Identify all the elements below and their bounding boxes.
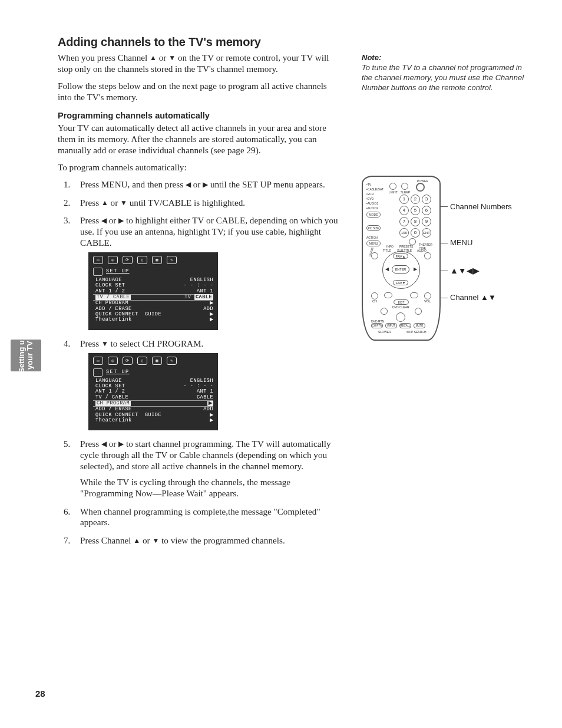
step-5-sub: While the TV is cycling through the chan…	[80, 477, 340, 499]
ch-button	[371, 292, 378, 299]
text: Press	[80, 439, 101, 449]
right-arrow-icon: ▶	[414, 266, 417, 272]
osd-title: SET UP	[106, 269, 130, 274]
device-label: •VCR	[366, 192, 373, 196]
nav-ring: FAV▲ ENTER FAV▼ ◀ ▶	[382, 251, 420, 289]
chapter-tab: Setting up your TV	[11, 340, 41, 371]
osd-figure-2: ▭ ◎ ⟳ ▯ ▦ ✎ SET UP LANGUAGEENGLISH CLOCK…	[88, 353, 218, 431]
fav-down: FAV▼	[393, 280, 408, 285]
device-label: •AUDIO2	[366, 206, 378, 210]
down-arrow-icon: ▼	[101, 340, 108, 348]
osd-pref-icon	[93, 368, 103, 377]
slower-label: SLOWER	[378, 330, 391, 334]
tri-button	[415, 308, 422, 315]
key-100: 100	[399, 228, 409, 238]
ch-label: CH	[372, 299, 377, 303]
page-number: 28	[35, 689, 45, 699]
step-5: Press ◀ or ▶ to start channel programmin…	[72, 439, 340, 499]
enter-button: ENTER	[392, 265, 409, 274]
right-ring-button	[424, 252, 431, 259]
vol-label: VOL	[424, 299, 431, 303]
subheading: Programming channels automatically	[58, 111, 340, 120]
lead-paragraph: To program channels automatically:	[58, 162, 340, 173]
callout-channel-numbers: Channel Numbers	[450, 203, 512, 211]
osd-icon: ◎	[108, 256, 118, 264]
section-title: Adding channels to the TV's memory	[58, 35, 340, 49]
text: or	[107, 439, 118, 449]
step-2: Press ▲ or ▼ until TV/CABLE is highlight…	[72, 197, 340, 209]
up-arrow-icon: ▲	[133, 536, 140, 545]
steps-list: Press MENU, and then press ◀ or ▶ until …	[72, 179, 340, 546]
note-body: To tune the TV to a channel not programm…	[362, 63, 527, 93]
sleep-label: SLEEP	[401, 190, 410, 194]
right-arrow-icon: ▶	[118, 216, 124, 225]
note-heading: Note:	[362, 53, 527, 62]
text: or	[140, 535, 152, 545]
key-8: 8	[411, 217, 420, 226]
left-arrow-icon: ◀	[101, 216, 107, 225]
remote-diagram: Channel Numbers MENU ▲▼◀▶ Channel ▲▼ •TV…	[362, 176, 527, 347]
up-arrow-icon: ▲	[150, 54, 157, 62]
input-button: INPUT	[385, 323, 397, 328]
remote-body: •TV •CABLE/SAT •VCR •DVD •AUDIO1 •AUDIO2…	[362, 176, 441, 341]
step-4: Press ▼ to select CH PROGRAM. ▭ ◎ ⟳ ▯ ▦ …	[72, 338, 340, 431]
text: until the SET UP menu appears.	[208, 179, 325, 189]
power-label: POWER	[417, 179, 428, 183]
action-label: ACTION	[366, 236, 378, 239]
down-arrow-icon: ▼	[152, 536, 159, 545]
text: to view the programmed channels.	[159, 535, 285, 545]
side-column: Note: To tune the TV to a channel not pr…	[362, 53, 527, 347]
dvdclear-label: DVD CLEAR	[392, 305, 409, 309]
osd-icons: ▭ ◎ ⟳ ▯ ▦ ✎	[93, 357, 213, 365]
key-3: 3	[422, 195, 431, 204]
play-button	[396, 312, 405, 322]
text: Press Channel	[80, 535, 133, 545]
rew-button	[384, 292, 392, 298]
intro-paragraph-2: Follow the steps below and on the next p…	[58, 81, 340, 103]
text: Press	[80, 215, 101, 225]
chapter-tab-text: Setting up your TV	[18, 338, 34, 373]
device-label: •AUDIO1	[366, 202, 378, 205]
tri-button	[381, 308, 388, 315]
left-arrow-icon: ◀	[385, 266, 389, 272]
bottom-button-row: CH RTN INPUT RECALL MUTE	[371, 323, 425, 328]
osd-icon: ◎	[108, 357, 118, 365]
step-6: When channel programming is complete,the…	[72, 506, 340, 529]
osd-icon: ⟳	[123, 357, 133, 365]
callout-arrows: ▲▼◀▶	[450, 266, 480, 275]
osd-row: TheaterLink▶	[93, 418, 213, 423]
mode-button: MODE	[366, 212, 381, 218]
osd-icon: ⟳	[123, 256, 133, 264]
power-button	[416, 183, 425, 192]
down-arrow-icon: ▼	[120, 199, 127, 207]
osd-icon: ▭	[93, 256, 103, 264]
device-label: •TV	[366, 183, 371, 186]
main-column: Adding channels to the TV's memory When …	[58, 35, 340, 554]
text: or	[191, 179, 203, 189]
title-label: TITLE	[383, 249, 391, 252]
osd-pref-icon	[93, 268, 103, 276]
right-arrow-icon: ▶	[203, 180, 208, 189]
osd-row: TheaterLink▶	[93, 317, 213, 322]
key-5: 5	[411, 206, 420, 215]
sleep-button	[401, 183, 408, 190]
menu-button: MENU	[366, 241, 381, 246]
fav-up: FAV▲	[393, 253, 408, 259]
osd-title: SET UP	[106, 370, 130, 375]
text: or	[108, 197, 120, 207]
key-7: 7	[399, 217, 409, 226]
info-label: INFO	[386, 245, 394, 248]
osd-icon: ▦	[152, 357, 162, 365]
left-arrow-icon: ◀	[101, 440, 107, 448]
text: Press	[80, 338, 101, 348]
chrtn-button: CH RTN	[371, 323, 383, 328]
light-button	[389, 183, 396, 190]
osd-icon: ▭	[93, 357, 103, 365]
text: or	[157, 52, 168, 62]
device-label: •DVD	[366, 197, 373, 200]
osd-icon: ▯	[137, 357, 147, 365]
down-arrow-icon: ▼	[168, 54, 176, 62]
text: Press MENU, and then press	[80, 179, 186, 189]
text: or	[107, 215, 118, 225]
key-2: 2	[411, 195, 420, 204]
